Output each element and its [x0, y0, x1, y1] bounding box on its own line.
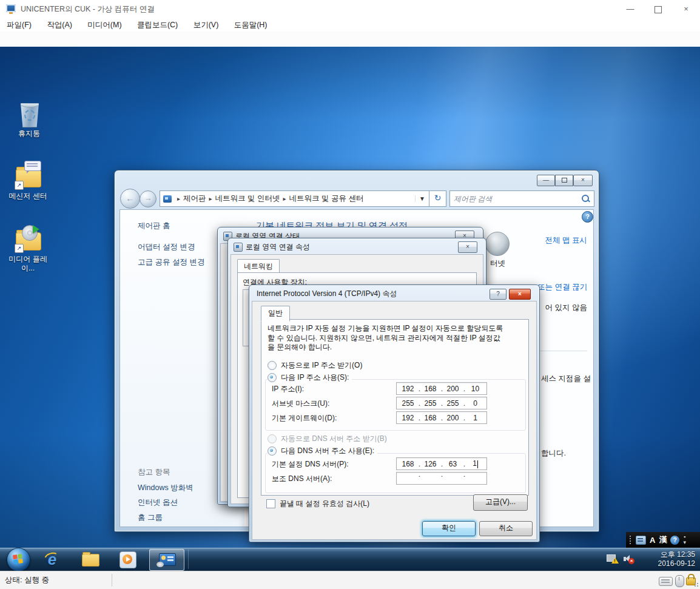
ime-help-icon[interactable]: ? [670, 536, 679, 545]
vm-window-icon [6, 4, 16, 12]
vm-desktop: 휴지통 ↗ 메신저 센터 ↗ 미디어 플레이... — × ← → ▸ 제어판 … [0, 47, 700, 571]
back-button[interactable]: ← [120, 189, 140, 209]
menu-file[interactable]: 파일(F) [0, 18, 38, 32]
start-button[interactable] [7, 548, 30, 571]
menu-help[interactable]: 도움말(H) [227, 18, 274, 32]
breadcrumb-item-network-sharing[interactable]: 네트워크 및 공유 센터 [289, 194, 364, 204]
alternate-dns-field[interactable] [396, 472, 487, 485]
octet: 192 [397, 414, 419, 422]
vm-maximize-button[interactable] [644, 0, 672, 18]
octet: 126 [419, 460, 442, 468]
search-icon[interactable] [581, 194, 590, 203]
play-icon [126, 557, 130, 562]
breadcrumb-item-control-panel[interactable]: 제어판 [183, 194, 206, 204]
breadcrumb-item-network-internet[interactable]: 네트워크 및 인터넷 [215, 194, 280, 204]
vm-close-button[interactable]: × [672, 0, 700, 18]
desktop-icon-messenger-center[interactable]: ↗ 메신저 센터 [2, 161, 53, 201]
octet: 168 [419, 385, 442, 393]
menu-clipboard[interactable]: 클립보드(C) [130, 18, 184, 32]
alternate-dns-label: 보조 DNS 서버(A): [272, 474, 332, 484]
hanja-indicator[interactable]: 漢 [659, 534, 667, 545]
help-icon[interactable]: ? [582, 211, 593, 223]
tab-general[interactable]: 일반 [261, 306, 290, 321]
maximize-icon [655, 6, 662, 13]
checkbox-icon [266, 499, 275, 508]
advanced-button[interactable]: 고급(V)... [473, 494, 528, 511]
sidebar-item-internet-options[interactable]: 인터넷 옵션 [138, 497, 178, 508]
dialog-close-button[interactable]: × [509, 289, 531, 300]
breadcrumb[interactable]: ▸ 제어판 ▸ 네트워크 및 인터넷 ▸ 네트워크 및 공유 센터 ▼ [160, 190, 429, 207]
icon-label: 휴지통 [4, 129, 55, 138]
radio-obtain-dns-automatically: 자동으로 DNS 서버 주소 받기(B) [268, 434, 387, 444]
ok-button[interactable]: 확인 [422, 521, 476, 536]
keyboard-indicator-icon [659, 577, 673, 586]
ipv4-properties-dialog: Internet Protocol Version 4 (TCP/IPv4) 속… [249, 284, 540, 542]
vm-titlebar: UNICENTER의 CUK - 가상 컴퓨터 연결 — × [0, 0, 700, 19]
taskbar-item-media-player[interactable] [114, 550, 141, 568]
full-map-link[interactable]: 전체 맵 표시 [545, 235, 587, 246]
preferred-dns-label: 기본 설정 DNS 서버(P): [272, 459, 349, 470]
adapter-icon [234, 243, 243, 252]
menu-media[interactable]: 미디어(M) [81, 18, 128, 32]
octet: 255 [442, 399, 464, 408]
radio-label: 자동으로 IP 주소 받기(O) [281, 360, 362, 371]
media-player-folder-icon: ↗ [13, 224, 42, 253]
sidebar-item-windows-firewall[interactable]: Windows 방화벽 [138, 483, 194, 493]
radio-icon [268, 434, 277, 443]
dialog-help-button[interactable]: ? [490, 289, 506, 300]
desktop-icon-media-player[interactable]: ↗ 미디어 플레이... [2, 224, 53, 273]
taskbar-item-control-panel-active[interactable] [149, 549, 184, 571]
default-gateway-field[interactable]: 1921682001 [396, 411, 487, 424]
menu-view[interactable]: 보기(V) [187, 18, 226, 32]
sidebar-item-control-panel-home[interactable]: 제어판 홈 [138, 221, 170, 231]
ip-address-field[interactable]: 19216820010 [396, 382, 487, 395]
drag-grip-icon[interactable] [629, 535, 632, 545]
taskbar-item-windows-explorer[interactable] [76, 550, 103, 568]
refresh-button[interactable]: ↻ [429, 190, 446, 207]
tray-network-warning-icon[interactable] [607, 554, 619, 565]
validate-settings-checkbox[interactable]: 끝낼 때 설정 유효성 검사(L) [266, 499, 369, 509]
tray-volume-muted-icon[interactable]: × [623, 554, 635, 565]
octet: 192 [397, 385, 419, 393]
taskbar-clock[interactable]: 오후 12:35 2016-09-12 [638, 550, 695, 568]
radio-obtain-ip-automatically[interactable]: 자동으로 IP 주소 받기(O) [268, 360, 362, 371]
ip-address-label: IP 주소(I): [272, 384, 304, 394]
radio-use-following-ip[interactable]: 다음 IP 주소 사용(S): [268, 372, 352, 383]
octet: 255 [397, 399, 419, 408]
cp-maximize-button[interactable] [555, 175, 573, 186]
vm-statusbar: 상태: 실행 중 [0, 571, 700, 589]
resize-grip[interactable] [694, 582, 699, 588]
radio-icon [268, 361, 277, 370]
vm-status-text: 상태: 실행 중 [5, 575, 49, 585]
vm-toolbar: ↺ [0, 32, 700, 47]
search-input[interactable] [450, 195, 581, 203]
subnet-mask-field[interactable]: 2552552550 [396, 397, 487, 409]
sidebar-item-adapter-settings[interactable]: 어댑터 설정 변경 [138, 242, 195, 252]
access-point-fragment: 세스 지점을 설 [541, 374, 591, 384]
vm-minimize-button[interactable]: — [616, 0, 644, 18]
properties-close-button[interactable]: × [458, 241, 477, 253]
sidebar-item-advanced-sharing[interactable]: 고급 공유 설정 변경 [138, 257, 204, 268]
cp-close-button[interactable]: × [573, 175, 593, 186]
octet: 1 [464, 459, 486, 468]
octet: 255 [419, 399, 442, 408]
desktop-icon-recycle-bin[interactable]: 휴지통 [4, 98, 55, 138]
cancel-button[interactable]: 취소 [479, 521, 533, 536]
radio-use-following-dns[interactable]: 다음 DNS 서버 주소 사용(E): [268, 446, 377, 456]
taskbar-item-internet-explorer[interactable]: e [39, 550, 66, 568]
menu-action[interactable]: 작업(A) [40, 18, 79, 32]
ime-mode-indicator[interactable]: A [650, 536, 655, 545]
messenger-folder-icon: ↗ [13, 161, 42, 190]
preferred-dns-field[interactable]: 168126631 [396, 457, 487, 470]
properties-dialog-title: 로컬 영역 연결 속성 [246, 242, 310, 252]
disconnect-link[interactable]: 또는 연결 끊기 [537, 282, 587, 292]
vm-window: { "vm": { "title": "UNICENTER의 CUK - 가상 … [0, 0, 700, 589]
general-tab-panel: 네트워크가 IP 자동 설정 기능을 지원하면 IP 설정이 자동으로 할당되도… [261, 319, 529, 496]
input-method-icon[interactable] [636, 536, 646, 545]
forward-button[interactable]: → [140, 190, 156, 207]
cp-minimize-button[interactable]: — [537, 175, 555, 186]
language-bar-options-icon[interactable]: ▪▾ [683, 534, 686, 545]
breadcrumb-dropdown-icon[interactable]: ▼ [415, 195, 429, 202]
sidebar-item-homegroup[interactable]: 홈 그룹 [138, 513, 163, 523]
radio-label: 자동으로 DNS 서버 주소 받기(B) [281, 434, 387, 444]
